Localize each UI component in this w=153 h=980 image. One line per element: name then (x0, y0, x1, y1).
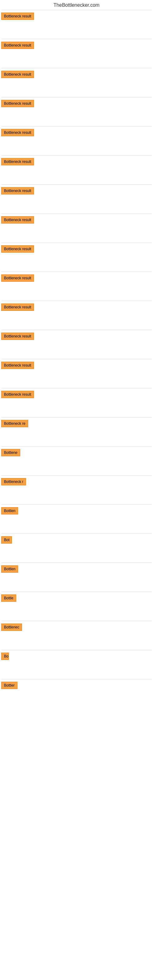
bottleneck-badge: Bo (1, 652, 9, 660)
bottleneck-badge: Bottle (1, 595, 16, 602)
bottleneck-item: Bottleneck result (1, 215, 152, 227)
bottleneck-badge: Bottleneck re (1, 420, 28, 427)
site-title: TheBottlenecker.com (0, 0, 153, 9)
spacer (1, 547, 152, 562)
divider (1, 213, 152, 214)
bottleneck-item: Bottlen (1, 505, 152, 517)
bottleneck-item: Bottleneck result (1, 272, 152, 285)
spacer (1, 169, 152, 184)
spacer (1, 576, 152, 591)
bottleneck-item: Bottleneck result (1, 127, 152, 139)
divider (1, 39, 152, 39)
bottleneck-item: Bottler (1, 680, 152, 692)
bottleneck-badge: Bottleneck r (1, 478, 26, 485)
bottleneck-item: Bottlene (1, 447, 152, 460)
bottleneck-badge: Bottleneck result (1, 41, 34, 49)
items-container: Bottleneck resultBottleneck resultBottle… (0, 10, 153, 968)
spacer (1, 81, 152, 97)
bottleneck-item: Bottleneck result (1, 360, 152, 372)
divider (1, 97, 152, 97)
spacer (1, 110, 152, 126)
bottleneck-badge: Bottleneck result (1, 129, 34, 136)
divider (1, 650, 152, 650)
divider (1, 533, 152, 534)
divider (1, 563, 152, 563)
spacer (1, 23, 152, 38)
bottleneck-item: Bot (1, 535, 152, 547)
divider (1, 446, 152, 447)
divider (1, 272, 152, 272)
bottleneck-badge: Bottlenec (1, 624, 22, 631)
divider (1, 68, 152, 68)
bottleneck-badge: Bottleneck result (1, 304, 34, 311)
bottleneck-item: Bottleneck result (1, 185, 152, 197)
bottleneck-item: Bottleneck result (1, 156, 152, 169)
bottleneck-badge: Bottler (1, 682, 18, 689)
bottleneck-badge: Bottleneck result (1, 100, 34, 107)
divider (1, 475, 152, 476)
spacer (1, 343, 152, 358)
spacer (1, 460, 152, 475)
spacer (1, 663, 152, 678)
spacer (1, 517, 152, 533)
bottleneck-badge: Bottleneck result (1, 71, 34, 78)
bottleneck-badge: Bottleneck result (1, 187, 34, 194)
bottleneck-badge: Bottlen (1, 565, 18, 573)
bottom-space (1, 692, 152, 968)
spacer (1, 314, 152, 329)
bottleneck-badge: Bottleneck result (1, 245, 34, 253)
divider (1, 388, 152, 388)
spacer (1, 401, 152, 417)
bottleneck-item: Bottleneck result (1, 331, 152, 343)
divider (1, 504, 152, 505)
bottleneck-badge: Bottlene (1, 449, 20, 456)
bottleneck-item: Bottleneck result (1, 40, 152, 52)
spacer (1, 605, 152, 620)
bottleneck-item: Bottleneck result (1, 69, 152, 81)
spacer (1, 52, 152, 67)
spacer (1, 372, 152, 387)
spacer (1, 430, 152, 445)
divider (1, 359, 152, 359)
bottleneck-item: Bottleneck result (1, 389, 152, 401)
bottleneck-item: Bottlen (1, 563, 152, 576)
divider (1, 155, 152, 156)
bottleneck-item: Bo (1, 651, 152, 663)
divider (1, 417, 152, 417)
bottleneck-item: Bottleneck r (1, 476, 152, 488)
bottleneck-badge: Bottleneck result (1, 274, 34, 282)
bottleneck-badge: Bottlen (1, 507, 18, 514)
bottleneck-item: Bottleneck result (1, 11, 152, 23)
bottleneck-badge: Bot (1, 536, 12, 544)
bottleneck-item: Bottle (1, 593, 152, 605)
spacer (1, 227, 152, 242)
bottleneck-badge: Bottleneck result (1, 13, 34, 20)
bottleneck-badge: Bottleneck result (1, 158, 34, 165)
divider (1, 592, 152, 592)
bottleneck-badge: Bottleneck result (1, 362, 34, 369)
bottleneck-item: Bottlenec (1, 622, 152, 634)
bottleneck-item: Bottleneck re (1, 418, 152, 430)
spacer (1, 256, 152, 271)
bottleneck-badge: Bottleneck result (1, 332, 34, 340)
spacer (1, 285, 152, 300)
spacer (1, 139, 152, 155)
bottleneck-item: Bottleneck result (1, 243, 152, 256)
bottleneck-badge: Bottleneck result (1, 391, 34, 398)
divider (1, 621, 152, 621)
divider (1, 330, 152, 330)
spacer (1, 488, 152, 504)
spacer (1, 634, 152, 649)
divider (1, 10, 152, 10)
bottleneck-item: Bottleneck result (1, 98, 152, 110)
bottleneck-badge: Bottleneck result (1, 216, 34, 224)
spacer (1, 197, 152, 213)
bottleneck-item: Bottleneck result (1, 302, 152, 314)
